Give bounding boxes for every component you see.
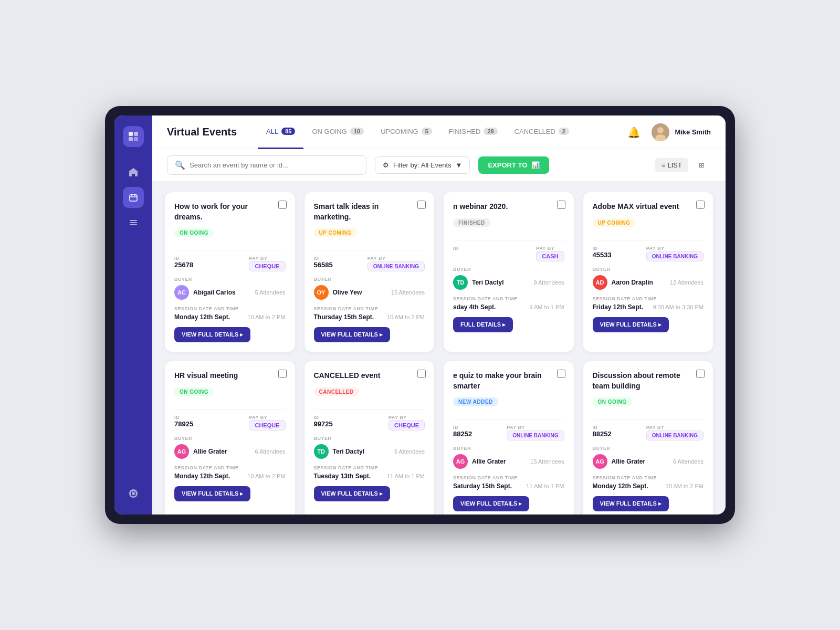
notifications-button[interactable]: 🔔 [624,123,643,142]
details-btn-6[interactable]: VIEW FULL DETAILS ▸ [453,496,529,511]
session-row-6: Saturday 15th Sept. 11 AM to 1 PM [453,482,564,490]
card-checkbox-3[interactable] [696,201,705,209]
divider-1 [314,250,425,250]
session-time-1: 10 AM to 2 PM [387,314,425,320]
buyer-section-5: BUYER TD Teri Dactyl 6 Attendees [314,436,425,459]
details-btn-0[interactable]: VIEW FULL DETAILS ▸ [174,327,250,342]
tab-ongoing[interactable]: ON GOING 10 [303,116,372,149]
pay-value-0: CHEQUE [249,261,285,271]
attendees-6: 15 Attendees [530,458,564,465]
filter-label: Filter by: All Events [393,161,452,169]
buyer-label-6: BUYER [453,446,564,451]
header-actions: 🔔 Mike Smith [624,123,711,142]
buyer-avatar-7: AG [593,454,607,469]
search-box[interactable]: 🔍 [167,155,366,175]
card-checkbox-2[interactable] [557,201,565,209]
session-label-0: SESSION DATE AND TIME [174,306,286,311]
session-time-3: 9:30 AM to 3:30 PM [653,304,704,310]
tab-cancelled-label: CANCELLED [514,128,555,135]
card-id-row-0: ID 25678 PAY BY CHEQUE [174,256,286,271]
pay-section-7: PAY BY ONLINE BANKING [646,425,704,440]
card-id-row-7: ID 88252 PAY BY ONLINE BANKING [593,425,704,440]
session-time-4: 10 AM to 2 PM [247,473,285,479]
status-badge-7: ON GOING [593,397,632,406]
session-row-2: sday 4th Sept. 9 AM to 1 PM [453,303,564,311]
sidebar-item-home[interactable] [123,162,144,183]
buyer-name-1: Olive Yew [333,289,362,296]
id-label-1: ID [314,256,333,261]
buyer-row-5: TD Teri Dactyl 6 Attendees [314,444,425,459]
search-input[interactable] [190,161,359,169]
pay-label-2: PAY BY [536,246,564,251]
buyer-avatar-2: TD [453,275,468,290]
buyer-label-4: BUYER [174,436,286,441]
pay-label-4: PAY BY [249,415,285,420]
details-btn-2[interactable]: FULL DETAILS ▸ [453,317,513,332]
status-badge-2: FINISHED [453,218,490,227]
event-card-2: n webinar 2020. FINISHED ID PAY BY CASH [444,192,574,352]
id-section-7: ID 88252 [593,425,612,440]
card-title-0: How to work for your dreams. [174,202,286,222]
session-label-1: SESSION DATE AND TIME [314,306,425,311]
pay-section-1: PAY BY ONLINE BANKING [368,256,425,271]
tab-finished[interactable]: FINISHED 28 [440,116,506,149]
card-checkbox-7[interactable] [696,370,705,378]
session-row-3: Friday 12th Sept. 9:30 AM to 3:30 PM [593,303,704,311]
details-btn-5[interactable]: VIEW FULL DETAILS ▸ [314,486,390,501]
search-icon: 🔍 [175,160,185,170]
tab-cancelled[interactable]: CANCELLED 2 [506,116,578,149]
sidebar-item-menu[interactable] [123,212,144,233]
session-date-6: Saturday 15th Sept. [453,482,512,490]
export-button[interactable]: EXPORT TO 📊 [478,156,549,174]
details-btn-1[interactable]: VIEW FULL DETAILS ▸ [314,327,390,342]
card-id-row-3: ID 45533 PAY BY ONLINE BANKING [593,246,704,261]
pay-value-1: ONLINE BANKING [368,261,425,271]
card-checkbox-1[interactable] [417,201,426,209]
details-btn-3[interactable]: VIEW FULL DETAILS ▸ [593,317,669,332]
attendees-5: 6 Attendees [394,448,425,455]
tab-all[interactable]: ALL 85 [258,116,303,149]
session-row-1: Thursday 15th Sept. 10 AM to 2 PM [314,313,425,321]
session-date-5: Tuesday 13th Sept. [314,472,371,480]
session-date-4: Monday 12th Sept. [174,472,230,480]
device-frame: Virtual Events ALL 85 ON GOING 10 UPCOMI… [105,106,735,524]
tab-all-badge: 85 [281,128,295,135]
card-checkbox-6[interactable] [557,370,565,378]
details-btn-7[interactable]: VIEW FULL DETAILS ▸ [593,496,669,511]
details-btn-4[interactable]: VIEW FULL DETAILS ▸ [174,486,250,501]
list-view-button[interactable]: ≡ LIST [655,158,688,172]
svg-rect-1 [134,132,138,136]
buyer-info-3: AD Aaron Draplin [593,275,653,290]
card-id-row-1: ID 56585 PAY BY ONLINE BANKING [314,256,425,271]
session-row-0: Monday 12th Sept. 10 AM to 2 PM [174,313,286,321]
buyer-info-6: AG Allie Grater [453,454,506,469]
card-id-row-2: ID PAY BY CASH [453,246,564,261]
sidebar-item-settings[interactable] [123,483,144,504]
id-section-5: ID 99725 [314,415,333,430]
tab-ongoing-label: ON GOING [312,128,346,135]
session-date-3: Friday 12th Sept. [593,303,644,311]
attendees-1: 15 Attendees [391,289,425,296]
card-checkbox-5[interactable] [417,370,426,378]
status-badge-4: ON GOING [174,387,214,396]
header: Virtual Events ALL 85 ON GOING 10 UPCOMI… [152,116,726,149]
tab-upcoming[interactable]: UPCOMING 5 [372,116,440,149]
filter-dropdown[interactable]: ⚙ Filter by: All Events ▼ [375,156,470,174]
user-profile[interactable]: Mike Smith [652,123,711,141]
sidebar-item-events[interactable] [123,187,144,208]
buyer-avatar-3: AD [593,275,607,290]
session-label-3: SESSION DATE AND TIME [593,296,704,301]
id-label-5: ID [314,415,333,420]
card-checkbox-4[interactable] [278,370,287,378]
id-value-1: 56585 [314,261,333,269]
grid-view-button[interactable]: ⊞ [692,158,711,172]
id-section-6: ID 88252 [453,425,472,440]
session-label-6: SESSION DATE AND TIME [453,475,564,480]
svg-rect-7 [130,224,137,225]
pay-value-6: ONLINE BANKING [507,430,564,440]
event-card-6: e quiz to make your brain smarter NEW AD… [444,361,574,514]
svg-rect-5 [130,220,137,221]
card-checkbox-0[interactable] [278,201,287,209]
svg-rect-0 [129,132,133,136]
id-label-2: ID [453,246,458,251]
